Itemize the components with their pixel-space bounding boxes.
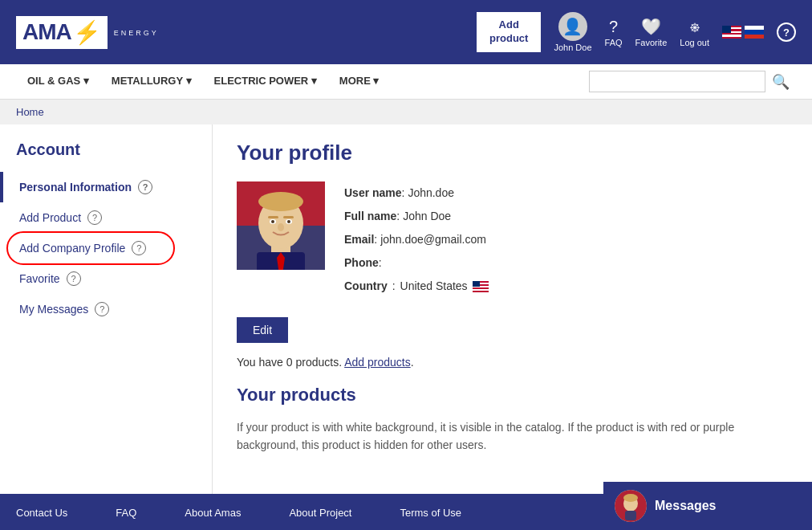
search-box: 🔍 [589, 70, 796, 94]
favorite-help-icon[interactable]: ? [67, 271, 81, 286]
favorite-label: Favorite [635, 38, 668, 47]
user-profile-button[interactable]: 👤 John Doe [554, 12, 591, 52]
phone-label: Phone [344, 256, 379, 269]
fullname-row: Full name: John Doe [344, 208, 788, 225]
messages-label: Messages [655, 499, 717, 513]
nav-more[interactable]: MORE ▾ [328, 64, 391, 100]
main-container: Account Personal Information ? Add Produ… [0, 124, 812, 494]
nav-metallurgy[interactable]: METALLURGY ▾ [100, 64, 203, 100]
sidebar-favorite-label: Favorite [19, 272, 60, 285]
username-row: User name: John.doe [344, 185, 788, 202]
user-name-label: John Doe [554, 43, 591, 52]
country-label: Country [344, 278, 388, 295]
profile-avatar-svg [237, 181, 325, 270]
profile-title: Your profile [237, 141, 788, 165]
sidebar-item-add-product[interactable]: Add Product ? [0, 202, 212, 233]
sidebar: Account Personal Information ? Add Produ… [0, 124, 213, 494]
messages-widget[interactable]: Messages [603, 482, 812, 530]
fullname-value: John Doe [403, 210, 451, 222]
email-row: Email: john.doe@gmail.com [344, 231, 788, 248]
username-value: John.doe [408, 186, 454, 199]
svg-point-6 [258, 192, 303, 211]
footer-contact-us[interactable]: Contact Us [16, 507, 67, 519]
svg-point-9 [271, 220, 274, 223]
sidebar-item-favorite[interactable]: Favorite ? [0, 263, 212, 294]
help-icon[interactable]: ? [777, 22, 796, 42]
messages-avatar-svg [615, 490, 647, 522]
sidebar-item-add-company[interactable]: Add Company Profile ? [0, 233, 212, 263]
faq-button[interactable]: ? FAQ [605, 18, 623, 47]
products-text: You have 0 products. [237, 356, 342, 369]
sidebar-add-company-label: Add Company Profile [19, 242, 125, 255]
bolt-icon: ⚡ [73, 19, 101, 46]
footer-terms-of-use[interactable]: Terms of Use [400, 507, 461, 519]
flag-us-icon[interactable] [722, 26, 741, 39]
breadcrumb: Home [0, 100, 812, 124]
search-button[interactable]: 🔍 [765, 70, 796, 94]
breadcrumb-home[interactable]: Home [16, 106, 44, 118]
svg-point-16 [623, 494, 638, 502]
svg-rect-12 [283, 216, 294, 218]
messages-help-icon[interactable]: ? [95, 302, 109, 316]
sidebar-title: Account [0, 141, 212, 172]
profile-area: Your profile [213, 124, 812, 494]
profile-details: User name: John.doe Full name: John Doe … [344, 181, 788, 301]
sidebar-item-personal-info[interactable]: Personal Information ? [0, 172, 212, 202]
svg-point-13 [278, 223, 284, 231]
logo-sub: ENERGY [114, 29, 159, 37]
flag-ru-icon[interactable] [745, 26, 764, 39]
svg-rect-11 [268, 216, 278, 218]
main-navbar: OIL & GAS ▾ METALLURGY ▾ ELECTRIC POWER … [0, 64, 812, 100]
footer-faq[interactable]: FAQ [116, 507, 136, 519]
fullname-label: Full name [344, 210, 396, 222]
products-note: If your product is with white background… [237, 418, 766, 455]
footer-about-amas[interactable]: About Amas [185, 507, 241, 519]
country-flag-icon [473, 281, 489, 292]
logo[interactable]: AMA ⚡ ENERGY [16, 16, 165, 49]
sidebar-personal-info-label: Personal Information [19, 181, 132, 194]
faq-label: FAQ [605, 38, 623, 47]
svg-rect-17 [625, 511, 636, 520]
profile-photo [237, 181, 325, 270]
search-input[interactable] [589, 71, 765, 92]
email-value: john.doe@gmail.com [380, 233, 486, 246]
add-product-help-icon[interactable]: ? [87, 210, 102, 225]
profile-info-row: User name: John.doe Full name: John Doe … [237, 181, 788, 301]
products-count: You have 0 products. Add products. [237, 356, 788, 369]
edit-button[interactable]: Edit [237, 317, 288, 343]
username-label: User name [344, 186, 402, 199]
sidebar-messages-label: My Messages [19, 303, 88, 316]
add-product-button[interactable]: Addproduct [477, 12, 541, 52]
profile-photo-inner [237, 181, 325, 270]
user-avatar: 👤 [558, 12, 587, 41]
messages-avatar [615, 490, 647, 522]
nav-oil-gas[interactable]: OIL & GAS ▾ [16, 64, 100, 100]
heart-icon: 🤍 [641, 17, 661, 36]
email-label: Email [344, 233, 374, 246]
faq-icon: ? [609, 18, 618, 36]
svg-point-10 [287, 220, 290, 223]
nav-items: OIL & GAS ▾ METALLURGY ▾ ELECTRIC POWER … [16, 64, 589, 100]
logout-label: Log out [680, 38, 709, 47]
sidebar-add-product-label: Add Product [19, 211, 81, 224]
logout-button[interactable]: ⎈ Log out [680, 18, 709, 47]
nav-electric-power[interactable]: ELECTRIC POWER ▾ [203, 64, 328, 100]
country-value: United States [400, 278, 468, 295]
favorite-button[interactable]: 🤍 Favorite [635, 17, 668, 47]
site-header: AMA ⚡ ENERGY Addproduct 👤 John Doe ? FAQ… [0, 0, 812, 64]
logout-icon: ⎈ [690, 18, 700, 36]
country-row: Country: United States [344, 278, 788, 295]
add-products-link[interactable]: Add products [344, 356, 411, 369]
sidebar-item-messages[interactable]: My Messages ? [0, 294, 212, 324]
personal-info-help-icon[interactable]: ? [138, 180, 152, 194]
language-selector[interactable] [722, 26, 764, 39]
add-company-help-icon[interactable]: ? [132, 241, 146, 255]
logo-text: AMA [22, 19, 71, 45]
your-products-title: Your products [237, 385, 788, 406]
phone-row: Phone: [344, 255, 788, 271]
header-actions: Addproduct 👤 John Doe ? FAQ 🤍 Favorite ⎈… [477, 12, 796, 52]
footer-about-project[interactable]: About Project [289, 507, 351, 519]
